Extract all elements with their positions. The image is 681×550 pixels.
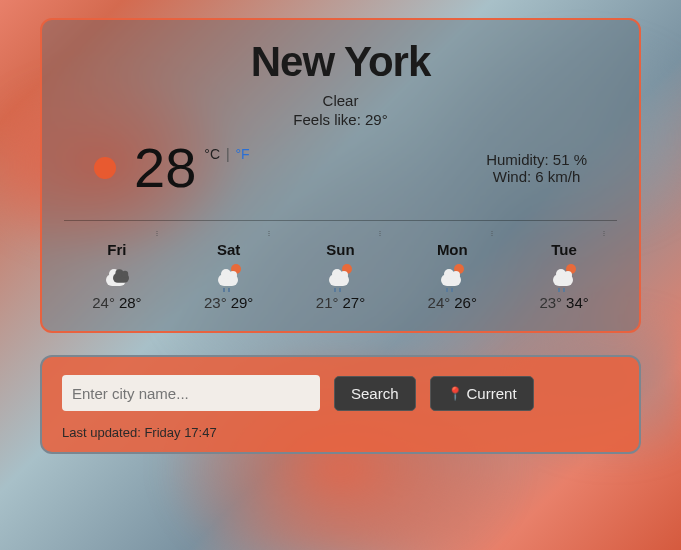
search-button[interactable]: Search	[334, 376, 416, 411]
unit-celsius[interactable]: °C	[204, 146, 220, 162]
forecast-day: ⋮ Sun 21°27°	[288, 231, 394, 311]
forecast-day-name: Tue	[511, 241, 617, 258]
search-card: Search 📍 Current Last updated: Friday 17…	[40, 355, 641, 454]
forecast-day: ⋮ Fri 24°28°	[64, 231, 170, 311]
weather-description: Clear	[64, 92, 617, 109]
menu-dots-icon: ⋮	[266, 229, 272, 236]
unit-toggle: °C | °F	[204, 146, 249, 162]
forecast-temps: 23°34°	[511, 294, 617, 311]
rain-sun-icon	[326, 266, 354, 288]
city-name: New York	[64, 38, 617, 86]
rain-sun-icon	[215, 266, 243, 288]
divider	[64, 220, 617, 221]
menu-dots-icon: ⋮	[154, 229, 160, 236]
sun-icon	[94, 157, 116, 179]
last-updated: Last updated: Friday 17:47	[62, 425, 619, 440]
pin-icon: 📍	[447, 386, 463, 401]
forecast-temps: 21°27°	[288, 294, 394, 311]
unit-fahrenheit[interactable]: °F	[235, 146, 249, 162]
humidity: Humidity: 51 %	[486, 151, 587, 168]
city-header: New York Clear Feels like: 29°	[64, 38, 617, 128]
current-temperature: 28	[134, 140, 196, 196]
temp-block: 28 °C | °F	[64, 140, 250, 196]
unit-separator: |	[222, 146, 233, 162]
wind: Wind: 6 km/h	[486, 168, 587, 185]
forecast-row: ⋮ Fri 24°28° ⋮ Sat 23°29° ⋮ Sun 21°27°	[64, 231, 617, 311]
conditions-meta: Humidity: 51 % Wind: 6 km/h	[486, 151, 617, 185]
rain-sun-icon	[438, 266, 466, 288]
forecast-day: ⋮ Tue 23°34°	[511, 231, 617, 311]
forecast-day: ⋮ Mon 24°26°	[399, 231, 505, 311]
forecast-temps: 24°26°	[399, 294, 505, 311]
search-row: Search 📍 Current	[62, 375, 619, 411]
forecast-day: ⋮ Sat 23°29°	[176, 231, 282, 311]
rain-sun-icon	[550, 266, 578, 288]
forecast-day-name: Mon	[399, 241, 505, 258]
feels-like: Feels like: 29°	[64, 111, 617, 128]
weather-card: New York Clear Feels like: 29° 28 °C | °…	[40, 18, 641, 333]
search-input[interactable]	[62, 375, 320, 411]
current-conditions-row: 28 °C | °F Humidity: 51 % Wind: 6 km/h	[64, 140, 617, 196]
menu-dots-icon: ⋮	[601, 229, 607, 236]
forecast-day-name: Sat	[176, 241, 282, 258]
menu-dots-icon: ⋮	[377, 229, 383, 236]
current-button-label: Current	[467, 385, 517, 402]
forecast-temps: 23°29°	[176, 294, 282, 311]
forecast-day-name: Sun	[288, 241, 394, 258]
forecast-temps: 24°28°	[64, 294, 170, 311]
cloud-icon	[103, 266, 131, 288]
current-location-button[interactable]: 📍 Current	[430, 376, 534, 411]
forecast-day-name: Fri	[64, 241, 170, 258]
menu-dots-icon: ⋮	[489, 229, 495, 236]
